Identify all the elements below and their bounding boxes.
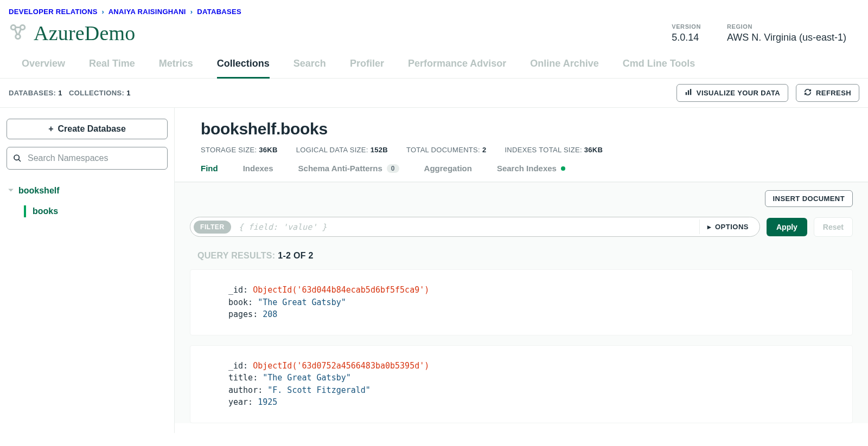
document-field: _id: ObjectId('63d0752a4566483ba0b5395d'… (228, 360, 814, 372)
tab-find[interactable]: Find (201, 164, 218, 176)
breadcrumb: DEVELOPER RELATIONS › ANAIYA RAISINGHANI… (0, 0, 868, 19)
collection-stat: STORAGE SIZE: 36KB (201, 146, 278, 154)
filter-input[interactable]: FILTER { field: 'value' } ▸ OPTIONS (190, 217, 760, 237)
version-value: 5.0.14 (672, 32, 701, 43)
chart-icon (685, 88, 692, 98)
tab-search[interactable]: Search (293, 50, 326, 78)
breadcrumb-link[interactable]: DEVELOPER RELATIONS (9, 8, 98, 16)
anti-pattern-count-badge: 0 (387, 164, 399, 173)
version-label: VERSION (672, 23, 701, 30)
tab-performance-advisor[interactable]: Performance Advisor (408, 50, 506, 78)
query-results-label: QUERY RESULTS: 1-2 OF 2 (190, 251, 853, 269)
svg-point-6 (14, 155, 19, 160)
collection-stat: TOTAL DOCUMENTS: 2 (406, 146, 486, 154)
document-field: book: "The Great Gatsby" (228, 296, 814, 309)
document-card[interactable]: _id: ObjectId('63d044b84ecab5d6bf5f5ca9'… (190, 269, 853, 335)
apply-button[interactable]: Apply (767, 218, 807, 236)
status-dot-icon (561, 166, 565, 171)
filter-options-button[interactable]: ▸ OPTIONS (699, 219, 756, 234)
tab-indexes[interactable]: Indexes (243, 164, 273, 176)
tab-overview[interactable]: Overview (22, 50, 65, 78)
cluster-title: AzureDemo (34, 21, 136, 45)
create-database-button[interactable]: + Create Database (7, 119, 168, 139)
reset-button[interactable]: Reset (814, 217, 853, 237)
sidebar-collection-item[interactable]: books (24, 205, 168, 217)
caret-right-icon: ▸ (707, 223, 712, 231)
collection-stat: LOGICAL DATA SIZE: 152B (296, 146, 388, 154)
namespace-search-input[interactable] (7, 147, 168, 170)
tab-metrics[interactable]: Metrics (159, 50, 193, 78)
filter-placeholder: { field: 'value' } (239, 222, 700, 232)
document-field: _id: ObjectId('63d044b84ecab5d6bf5f5ca9'… (228, 284, 814, 296)
breadcrumb-link[interactable]: ANAIYA RAISINGHANI (108, 8, 186, 16)
tab-collections[interactable]: Collections (217, 50, 270, 79)
svg-rect-4 (688, 91, 689, 95)
cluster-tabs: OverviewReal TimeMetricsCollectionsSearc… (0, 50, 868, 79)
chevron-right-icon: › (100, 8, 107, 16)
refresh-icon (804, 88, 812, 98)
breadcrumb-link[interactable]: DATABASES (197, 8, 241, 16)
document-card[interactable]: _id: ObjectId('63d0752a4566483ba0b5395d'… (190, 345, 853, 423)
tab-cmd-line-tools[interactable]: Cmd Line Tools (623, 50, 695, 78)
chevron-right-icon: › (188, 8, 195, 16)
collection-title: bookshelf.books (175, 120, 868, 138)
tab-schema-anti-patterns[interactable]: Schema Anti-Patterns 0 (298, 164, 399, 176)
visualize-button[interactable]: VISUALIZE YOUR DATA (676, 84, 788, 102)
tab-aggregation[interactable]: Aggregation (424, 164, 472, 176)
document-field: year: 1925 (228, 396, 814, 409)
tab-real-time[interactable]: Real Time (89, 50, 135, 78)
region-value: AWS N. Virginia (us-east-1) (727, 32, 846, 43)
region-label: REGION (727, 23, 846, 30)
document-field: author: "F. Scott Fitzgerald" (228, 384, 814, 397)
svg-rect-3 (686, 92, 687, 95)
tab-search-indexes[interactable]: Search Indexes (497, 164, 565, 176)
insert-document-button[interactable]: INSERT DOCUMENT (765, 190, 853, 207)
tab-profiler[interactable]: Profiler (350, 50, 384, 78)
ns-counts: DATABASES: 1 COLLECTIONS: 1 (9, 89, 131, 97)
filter-pill: FILTER (194, 221, 231, 234)
caret-down-icon (8, 186, 14, 196)
cluster-icon (9, 23, 27, 43)
sidebar-database-item[interactable]: bookshelf (7, 184, 168, 198)
svg-point-2 (16, 34, 21, 39)
tab-online-archive[interactable]: Online Archive (530, 50, 598, 78)
plus-icon: + (48, 124, 53, 134)
svg-rect-5 (690, 89, 691, 95)
document-field: title: "The Great Gatsby" (228, 372, 814, 384)
refresh-button[interactable]: REFRESH (796, 84, 859, 102)
document-field: pages: 208 (228, 308, 814, 321)
collection-stat: INDEXES TOTAL SIZE: 36KB (505, 146, 603, 154)
